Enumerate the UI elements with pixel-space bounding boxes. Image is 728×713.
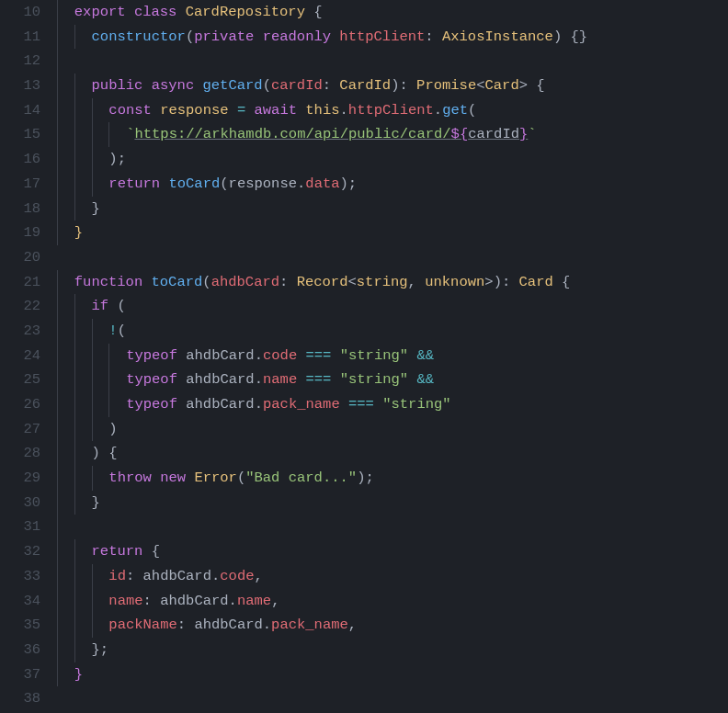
code-line[interactable]: ) { <box>57 441 728 466</box>
code-line[interactable]: } <box>57 491 728 515</box>
code-line[interactable]: constructor(private readonly httpClient:… <box>57 25 728 50</box>
token: ( <box>263 77 271 94</box>
token: class <box>134 4 186 20</box>
code-line[interactable]: return { <box>57 539 728 564</box>
token: ); <box>340 175 358 192</box>
token: httpClient <box>339 28 425 45</box>
code-line[interactable]: typeof ahdbCard.pack_name === "string" <box>57 392 728 417</box>
code-line[interactable] <box>57 515 728 539</box>
line-number: 23 <box>0 319 40 344</box>
token: ( <box>118 323 126 339</box>
token: "string" <box>382 396 450 413</box>
code-area[interactable]: export class CardRepository {constructor… <box>57 0 728 713</box>
token: https://arkhamdb.com/api/public/card/ <box>134 126 450 142</box>
token: ); <box>108 151 126 167</box>
line-number: 34 <box>0 589 40 614</box>
token: response <box>229 175 297 192</box>
token: return <box>92 543 152 560</box>
token: . <box>263 617 271 633</box>
line-number: 15 <box>0 122 40 147</box>
token: CardId <box>339 77 391 94</box>
code-line[interactable]: ) <box>57 417 728 442</box>
code-editor[interactable]: 1011121314151617181920212223242526272829… <box>0 0 728 713</box>
line-number: 37 <box>0 662 40 687</box>
token: , <box>271 593 279 609</box>
token: if <box>92 298 118 314</box>
token: export <box>74 4 134 20</box>
token: } <box>74 224 83 241</box>
code-line[interactable]: } <box>57 197 728 221</box>
token: ahdbCard <box>194 617 262 633</box>
token: data <box>305 175 339 192</box>
token: Error <box>194 470 237 486</box>
code-line[interactable]: public async getCard(cardId: CardId): Pr… <box>57 74 728 98</box>
token: ahdbCard <box>186 371 254 388</box>
token: this <box>305 102 339 119</box>
line-number: 19 <box>0 221 40 245</box>
token: packName <box>108 617 176 633</box>
code-line[interactable]: ); <box>57 147 728 172</box>
token: : <box>143 593 161 609</box>
code-line[interactable]: function toCard(ahdbCard: Record<string,… <box>57 270 728 295</box>
code-line[interactable]: typeof ahdbCard.name === "string" && <box>57 368 728 392</box>
code-line[interactable]: typeof ahdbCard.code === "string" && <box>57 344 728 368</box>
code-line[interactable]: throw new Error("Bad card..."); <box>57 466 728 491</box>
token: >): <box>484 274 518 290</box>
token: . <box>255 347 263 364</box>
token: && <box>408 371 442 388</box>
token: ) {} <box>553 28 587 45</box>
token: . <box>255 371 263 388</box>
token: { <box>562 274 570 290</box>
line-number: 25 <box>0 368 40 392</box>
code-line[interactable]: } <box>57 221 728 245</box>
token: "string" <box>340 347 408 364</box>
code-line[interactable]: } <box>57 662 728 687</box>
code-line[interactable]: name: ahdbCard.name, <box>57 589 728 614</box>
code-line[interactable]: return toCard(response.data); <box>57 172 728 197</box>
token: CardRepository <box>186 4 314 20</box>
token: = <box>237 102 255 119</box>
token: Promise <box>416 77 476 94</box>
token: , <box>255 568 263 584</box>
token: : <box>177 617 195 633</box>
code-line[interactable]: id: ahdbCard.code, <box>57 564 728 589</box>
token: public <box>92 77 152 94</box>
token: AxiosInstance <box>442 28 553 45</box>
token: new <box>160 470 194 486</box>
line-number-gutter: 1011121314151617181920212223242526272829… <box>0 0 57 713</box>
line-number: 16 <box>0 147 40 172</box>
token: === <box>306 371 340 388</box>
line-number: 11 <box>0 25 40 50</box>
code-line[interactable]: packName: ahdbCard.pack_name, <box>57 613 728 638</box>
token: code <box>263 347 306 364</box>
token: ) <box>108 421 117 437</box>
code-line[interactable]: !( <box>57 319 728 344</box>
code-line[interactable]: if ( <box>57 294 728 319</box>
code-line[interactable]: }; <box>57 638 728 662</box>
token: Record <box>297 274 348 290</box>
token: const <box>108 102 160 119</box>
token: ); <box>357 470 374 486</box>
token: readonly <box>263 28 340 45</box>
line-number: 31 <box>0 515 40 539</box>
token: ( <box>237 470 245 486</box>
token: private <box>194 28 262 45</box>
token: typeof <box>126 396 186 413</box>
code-line[interactable] <box>57 49 728 74</box>
token: function <box>74 274 152 290</box>
code-line[interactable] <box>57 245 728 270</box>
token: Card <box>519 274 563 290</box>
token: typeof <box>126 347 186 364</box>
code-line[interactable]: `https://arkhamdb.com/api/public/card/${… <box>57 122 728 147</box>
code-line[interactable] <box>57 686 728 711</box>
token: name <box>263 371 306 388</box>
token: code <box>220 568 254 584</box>
code-line[interactable]: export class CardRepository { <box>57 0 728 25</box>
token: return <box>108 175 168 192</box>
token: get <box>442 102 468 119</box>
line-number: 26 <box>0 392 40 417</box>
line-number: 33 <box>0 564 40 589</box>
code-line[interactable]: const response = await this.httpClient.g… <box>57 98 728 123</box>
token: ( <box>202 274 210 290</box>
token: unknown <box>425 274 484 290</box>
